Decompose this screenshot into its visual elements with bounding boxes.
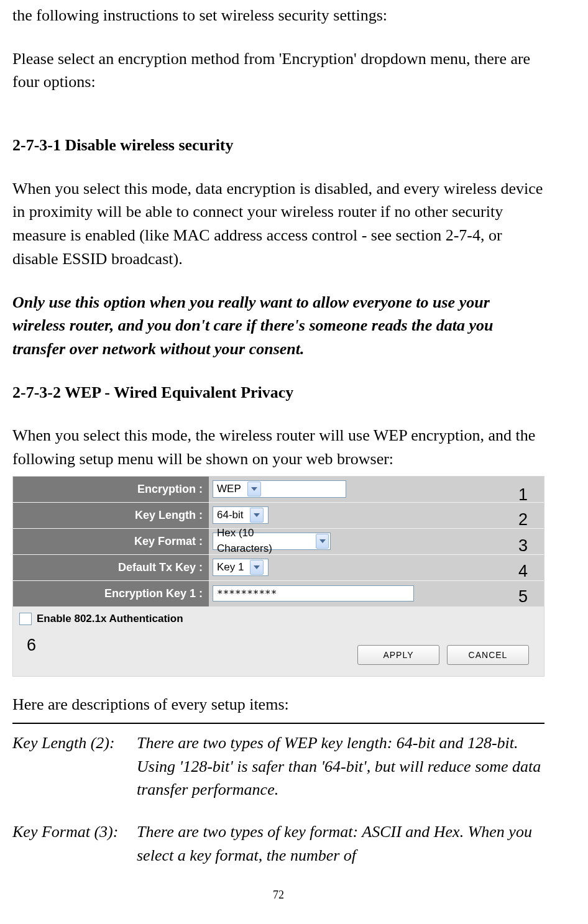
callout-4: 4 [518, 559, 528, 583]
key-format-description: There are two types of key format: ASCII… [137, 820, 544, 867]
apply-button[interactable]: APPLY [357, 645, 439, 665]
chevron-down-icon [316, 534, 329, 549]
cancel-button[interactable]: CANCEL [447, 645, 529, 665]
default-tx-select[interactable]: Key 1 [213, 559, 269, 576]
heading-disable-security: 2-7-3-1 Disable wireless security [12, 134, 544, 157]
key-format-row: Key Format : Hex (10 Characters) [13, 528, 544, 554]
key-format-term: Key Format (3): [12, 820, 137, 867]
enable-8021x-checkbox[interactable] [19, 613, 32, 625]
enc-key-1-input[interactable]: ********** [213, 585, 414, 602]
encryption-value: WEP [217, 482, 241, 497]
default-tx-row: Default Tx Key : Key 1 [13, 554, 544, 580]
callout-1: 1 [518, 483, 528, 507]
callout-2: 2 [518, 508, 528, 532]
default-tx-value: Key 1 [217, 560, 244, 575]
encryption-row: Encryption : WEP [13, 477, 544, 502]
encryption-label: Encryption : [13, 477, 209, 502]
wep-settings-screenshot: Encryption : WEP Key Length : 64-bit Key… [12, 476, 544, 677]
descriptions-table: Key Length (2): There are two types of W… [12, 723, 544, 867]
chevron-down-icon [250, 560, 264, 575]
chevron-down-icon [247, 482, 261, 496]
page-number: 72 [12, 887, 544, 903]
callout-5: 5 [518, 585, 528, 609]
enc-key-1-label: Encryption Key 1 : [13, 581, 209, 606]
paragraph-disable-security: When you select this mode, data encrypti… [12, 177, 544, 271]
paragraph-wep: When you select this mode, the wireless … [12, 424, 544, 470]
enable-8021x-label: Enable 802.1x Authentication [37, 611, 183, 627]
key-length-term: Key Length (2): [12, 731, 137, 802]
key-format-select[interactable]: Hex (10 Characters) [213, 533, 331, 550]
intro-line-2: Please select an encryption method from … [12, 47, 544, 94]
warning-text: Only use this option when you really wan… [12, 291, 544, 361]
key-length-label: Key Length : [13, 503, 209, 528]
enc-key-1-value: ********** [217, 587, 277, 601]
intro-line-1: the following instructions to set wirele… [12, 4, 544, 27]
enable-8021x-row: Enable 802.1x Authentication [13, 606, 544, 628]
key-length-row: Key Length : 64-bit [13, 502, 544, 528]
key-length-select[interactable]: 64-bit [213, 506, 269, 524]
encryption-select[interactable]: WEP [213, 480, 346, 498]
callout-3: 3 [518, 534, 528, 558]
key-length-description: There are two types of WEP key length: 6… [137, 731, 544, 802]
key-format-label: Key Format : [13, 529, 209, 554]
descriptions-intro: Here are descriptions of every setup ite… [12, 693, 544, 716]
default-tx-label: Default Tx Key : [13, 555, 209, 580]
callout-6: 6 [27, 633, 36, 657]
key-format-value: Hex (10 Characters) [217, 526, 310, 556]
key-length-value: 64-bit [217, 508, 244, 523]
enc-key-1-row: Encryption Key 1 : ********** [13, 580, 544, 606]
chevron-down-icon [250, 508, 264, 523]
heading-wep: 2-7-3-2 WEP - Wired Equivalent Privacy [12, 381, 544, 405]
